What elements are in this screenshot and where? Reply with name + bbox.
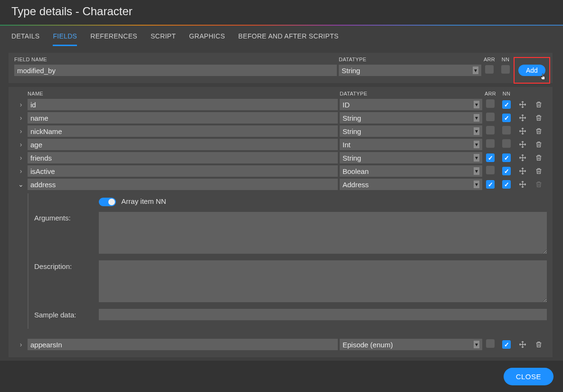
header-arr: ARR bbox=[481, 57, 497, 62]
header-datatype: DATATYPE bbox=[339, 57, 481, 62]
field-row: ›String bbox=[14, 112, 547, 124]
field-nn-checkbox[interactable] bbox=[502, 126, 511, 134]
new-field-datatype-select[interactable]: String bbox=[339, 65, 481, 76]
trash-icon bbox=[534, 179, 544, 190]
trash-icon[interactable] bbox=[534, 126, 544, 136]
field-nn-checkbox[interactable] bbox=[502, 153, 511, 162]
tab-script[interactable]: SCRIPT bbox=[151, 32, 176, 46]
add-field-panel: FIELD NAME DATATYPE ARR NN String bbox=[9, 53, 553, 83]
sample-data-label: Sample data: bbox=[34, 309, 99, 319]
add-highlight-box: Add bbox=[514, 57, 550, 84]
grid-header-nn: NN bbox=[498, 91, 515, 96]
chevron-right-icon[interactable]: › bbox=[14, 154, 28, 162]
field-row: ⌄Address bbox=[14, 178, 547, 191]
new-field-nn-checkbox[interactable] bbox=[501, 65, 510, 74]
field-nn-checkbox[interactable] bbox=[502, 167, 511, 175]
trash-icon[interactable] bbox=[534, 339, 544, 350]
field-name-input[interactable] bbox=[28, 139, 338, 150]
move-icon[interactable] bbox=[517, 99, 528, 110]
dialog-title: Type details - Character bbox=[0, 0, 563, 25]
field-row: ›String bbox=[14, 152, 547, 164]
header-nn: NN bbox=[497, 57, 514, 62]
grid-header-name: NAME bbox=[28, 91, 338, 96]
description-textarea[interactable] bbox=[99, 260, 547, 302]
field-name-input[interactable] bbox=[28, 125, 338, 137]
move-icon[interactable] bbox=[517, 139, 528, 150]
field-name-input[interactable] bbox=[28, 339, 338, 350]
chevron-down-icon[interactable]: ⌄ bbox=[14, 181, 28, 188]
tab-fields[interactable]: FIELDS bbox=[53, 32, 77, 46]
field-name-input[interactable] bbox=[28, 99, 338, 110]
field-nn-checkbox[interactable] bbox=[502, 100, 511, 109]
field-arr-checkbox[interactable] bbox=[486, 180, 495, 189]
field-row: ›String bbox=[14, 125, 547, 137]
move-icon[interactable] bbox=[517, 126, 528, 136]
tab-bar: DETAILSFIELDSREFERENCESSCRIPTGRAPHICSBEF… bbox=[0, 26, 563, 46]
field-row: ›Int bbox=[14, 138, 547, 151]
field-row: ›ID bbox=[14, 98, 547, 111]
array-item-nn-label: Array item NN bbox=[121, 197, 166, 205]
field-arr-checkbox[interactable] bbox=[486, 153, 495, 162]
field-row: ›Episode (enum) bbox=[14, 338, 547, 351]
trash-icon[interactable] bbox=[534, 153, 544, 163]
field-nn-checkbox[interactable] bbox=[502, 114, 511, 122]
tab-details[interactable]: DETAILS bbox=[11, 32, 39, 46]
trash-icon[interactable] bbox=[534, 99, 544, 110]
field-arr-checkbox[interactable] bbox=[486, 139, 495, 148]
field-datatype-select[interactable]: String bbox=[340, 125, 482, 137]
field-name-input[interactable] bbox=[28, 165, 338, 177]
field-arr-checkbox[interactable] bbox=[486, 126, 495, 134]
array-item-nn-toggle[interactable] bbox=[99, 198, 116, 206]
field-datatype-select[interactable]: Episode (enum) bbox=[340, 339, 482, 350]
fields-grid-panel: NAME DATATYPE ARR NN ›ID›String›String›I… bbox=[9, 87, 553, 357]
field-row: ›Boolean bbox=[14, 165, 547, 177]
arguments-textarea[interactable] bbox=[99, 212, 547, 254]
field-datatype-select[interactable]: String bbox=[340, 112, 482, 124]
chevron-right-icon[interactable]: › bbox=[14, 114, 28, 122]
new-field-name-input[interactable] bbox=[14, 65, 337, 76]
new-field-arr-checkbox[interactable] bbox=[485, 65, 494, 74]
field-datatype-select[interactable]: Boolean bbox=[340, 165, 482, 177]
cursor-icon bbox=[539, 73, 547, 84]
field-datatype-select[interactable]: Int bbox=[340, 139, 482, 150]
field-name-input[interactable] bbox=[28, 112, 338, 124]
tab-before-and-after-scripts[interactable]: BEFORE AND AFTER SCRIPTS bbox=[239, 32, 339, 46]
move-icon[interactable] bbox=[517, 113, 528, 123]
content-scroll[interactable]: FIELD NAME DATATYPE ARR NN String bbox=[9, 53, 554, 361]
field-nn-checkbox[interactable] bbox=[502, 180, 511, 189]
field-detail-block: Array item NN Arguments: Description: Sa… bbox=[28, 193, 547, 329]
field-arr-checkbox[interactable] bbox=[486, 339, 495, 348]
move-icon[interactable] bbox=[517, 166, 528, 176]
grid-header-datatype: DATATYPE bbox=[340, 91, 482, 96]
field-nn-checkbox[interactable] bbox=[502, 139, 511, 148]
field-arr-checkbox[interactable] bbox=[486, 113, 495, 121]
dialog-footer: CLOSE bbox=[0, 361, 563, 392]
chevron-right-icon[interactable]: › bbox=[14, 127, 28, 135]
field-nn-checkbox[interactable] bbox=[502, 340, 511, 349]
chevron-right-icon[interactable]: › bbox=[14, 101, 28, 108]
close-button[interactable]: CLOSE bbox=[504, 368, 553, 385]
trash-icon[interactable] bbox=[534, 113, 544, 123]
chevron-right-icon[interactable]: › bbox=[14, 341, 28, 348]
sample-data-input[interactable] bbox=[99, 309, 547, 320]
header-field-name: FIELD NAME bbox=[14, 57, 337, 62]
description-label: Description: bbox=[34, 260, 99, 270]
field-datatype-select[interactable]: ID bbox=[340, 99, 482, 110]
field-datatype-select[interactable]: Address bbox=[340, 179, 482, 190]
trash-icon[interactable] bbox=[534, 139, 544, 150]
trash-icon[interactable] bbox=[534, 166, 544, 176]
arguments-label: Arguments: bbox=[34, 212, 99, 222]
tab-graphics[interactable]: GRAPHICS bbox=[189, 32, 225, 46]
move-icon[interactable] bbox=[517, 339, 528, 350]
field-arr-checkbox[interactable] bbox=[486, 166, 495, 174]
field-name-input[interactable] bbox=[28, 152, 338, 163]
chevron-right-icon[interactable]: › bbox=[14, 141, 28, 148]
chevron-right-icon[interactable]: › bbox=[14, 167, 28, 175]
move-icon[interactable] bbox=[517, 179, 528, 190]
tab-references[interactable]: REFERENCES bbox=[90, 32, 137, 46]
field-name-input[interactable] bbox=[28, 179, 338, 190]
grid-header-arr: ARR bbox=[482, 91, 498, 96]
move-icon[interactable] bbox=[517, 153, 528, 163]
field-datatype-select[interactable]: String bbox=[340, 152, 482, 163]
field-arr-checkbox[interactable] bbox=[486, 99, 495, 108]
